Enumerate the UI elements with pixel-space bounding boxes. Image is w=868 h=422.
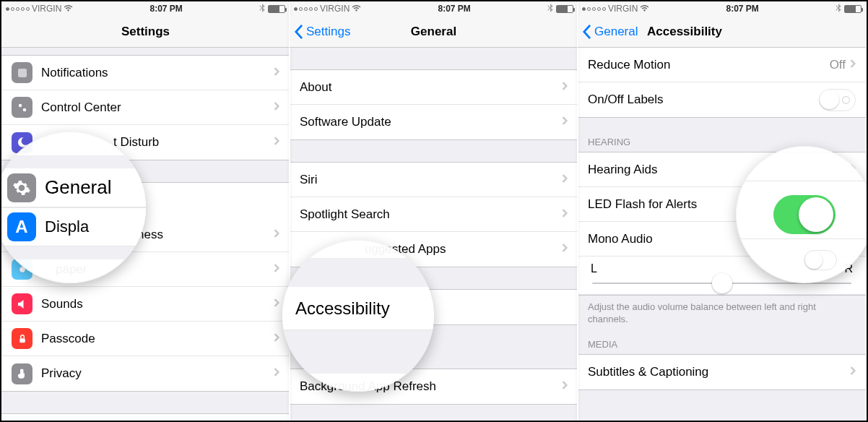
row-about[interactable]: About [290,70,578,105]
chevron-right-icon [274,66,279,80]
signal-icon [582,7,606,11]
magnifier-accessibility: Accessibility [282,240,434,392]
control-center-icon [12,97,32,118]
row-label: Passcode [41,332,274,346]
chevron-right-icon [562,207,568,222]
lens-row-display[interactable]: A Displa [0,207,146,246]
row-icloud[interactable]: iCloud [1,414,290,422]
chevron-right-icon [274,135,279,150]
chevron-right-icon [274,228,279,242]
row-software-update[interactable]: Software Update [290,105,578,139]
lens-row-general[interactable]: General [0,168,146,207]
svg-rect-0 [18,69,27,77]
status-bar: VIRGIN 8:07 PM [1,1,290,16]
status-bar: VIRGIN 8:07 PM [290,1,578,16]
battery-icon [268,5,285,13]
navbar: General Accessibility [578,16,866,48]
svg-rect-4 [19,338,25,343]
row-label: Sounds [41,297,274,311]
wifi-icon [640,4,649,14]
chevron-right-icon [562,242,568,257]
chevron-right-icon [562,80,568,95]
back-label: General [594,25,638,39]
slider-label-left: L [591,262,597,275]
row-notifications[interactable]: Notifications [1,56,290,90]
row-label: Software Update [300,115,562,129]
chevron-right-icon [274,100,279,115]
lens-row-accessibility[interactable]: Accessibility [282,287,434,330]
carrier-label: VIRGIN [320,4,350,14]
battery-icon [844,5,862,13]
screen-general: VIRGIN 8:07 PM Settings General About So… [290,1,578,421]
lens-label: General [45,176,112,199]
row-sounds[interactable]: Sounds [1,287,290,322]
page-title: Settings [1,25,290,39]
navbar: Settings [1,16,290,48]
hand-icon [12,363,32,384]
row-label: Notifications [41,66,274,80]
row-siri[interactable]: Siri [290,163,578,197]
chevron-right-icon [274,366,279,381]
chevron-right-icon [850,58,856,72]
row-label: Siri [300,173,562,187]
toggle-led-flash[interactable] [773,195,836,234]
row-onoff-labels[interactable]: On/Off Labels [578,82,866,117]
display-icon: A [7,212,36,241]
toggle-onoff-labels[interactable] [819,89,856,111]
time-label: 8:07 PM [649,4,836,14]
row-label: Spotlight Search [300,207,562,222]
slider-knob[interactable] [712,273,732,293]
chevron-right-icon [562,379,568,394]
screen-accessibility: VIRGIN 8:07 PM General Accessibility Red… [578,1,866,421]
carrier-label: VIRGIN [32,4,61,14]
magnifier-general: General A Displa [0,132,146,283]
wifi-icon [64,4,73,14]
wifi-icon [352,4,361,14]
chevron-right-icon [850,365,856,379]
section-header-media: MEDIA [578,335,866,354]
bluetooth-icon [259,4,265,14]
status-bar: VIRGIN 8:07 PM [578,1,866,16]
lens-label: Accessibility [295,298,390,319]
magnifier-led-toggle [736,146,868,283]
row-subtitles[interactable]: Subtitles & Captioning [578,355,866,389]
sounds-icon [12,293,32,314]
svg-point-1 [18,103,22,107]
battery-icon [556,5,573,13]
back-button[interactable]: Settings [290,16,350,47]
bluetooth-icon [836,4,841,14]
bluetooth-icon [547,4,553,14]
chevron-right-icon [562,115,568,129]
chevron-right-icon [274,297,279,311]
time-label: 8:07 PM [361,4,547,14]
row-value: Off [830,58,846,72]
row-privacy[interactable]: Privacy [1,356,290,391]
carrier-label: VIRGIN [608,4,638,14]
row-label: Control Center [41,100,274,115]
screen-settings: VIRGIN 8:07 PM Settings Notifications Co… [1,1,290,421]
signal-icon [294,7,318,11]
row-label: About [300,80,562,95]
gear-icon [7,173,36,202]
row-passcode[interactable]: Passcode [1,322,290,356]
row-reduce-motion[interactable]: Reduce Motion Off [578,48,866,82]
chevron-right-icon [274,262,279,277]
lock-icon [12,328,32,349]
row-label: On/Off Labels [588,92,819,107]
back-button[interactable]: General [578,16,638,47]
toggle-mono-audio[interactable] [804,250,837,270]
row-label: Subtitles & Captioning [588,365,850,379]
row-spotlight[interactable]: Spotlight Search [290,197,578,232]
lens-label: Displa [45,218,89,236]
signal-icon [6,7,30,11]
notifications-icon [12,62,32,83]
row-control-center[interactable]: Control Center [1,90,290,125]
svg-point-2 [22,108,26,111]
section-footer: Adjust the audio volume balance between … [578,296,866,335]
chevron-right-icon [562,173,568,187]
time-label: 8:07 PM [73,4,259,14]
navbar: Settings General [290,16,578,48]
chevron-right-icon [274,332,279,346]
row-label: Privacy [41,366,274,381]
back-label: Settings [306,25,350,39]
